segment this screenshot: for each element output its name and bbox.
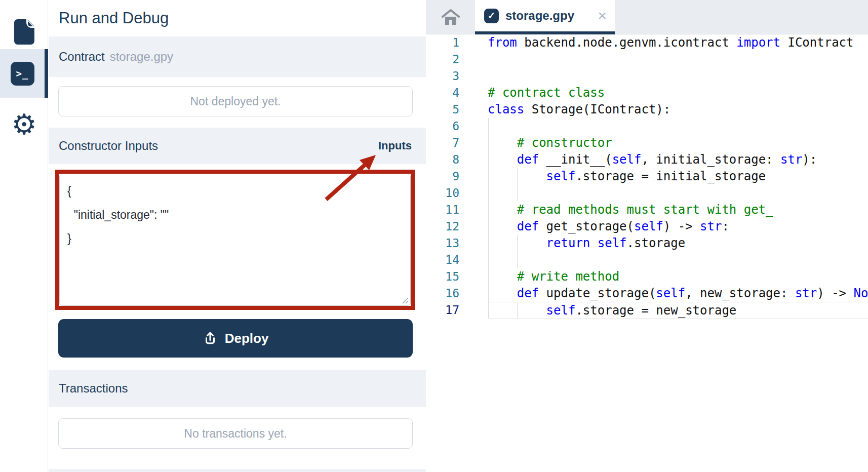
code-text: def get_storage(self) -> str: [488, 218, 868, 235]
code-token: import [736, 35, 780, 50]
transactions-empty-text: No transactions yet. [184, 427, 287, 441]
code-token: # constructor [517, 136, 612, 150]
constructor-inputs-textarea[interactable]: { "initial_storage": "" } [60, 174, 410, 305]
code-editor: ✓ storage.gpy × 1from backend.node.genvm… [426, 0, 868, 472]
code-text: def __init__(self, initial_storage: str)… [488, 151, 868, 168]
code-line: 17 self.storage = new_storage [426, 302, 868, 319]
transactions-label: Transactions [59, 381, 128, 396]
line-number: 15 [426, 268, 488, 285]
code-token [488, 203, 517, 217]
code-token: self [612, 152, 642, 167]
code-token [488, 286, 517, 300]
code-line: 12 def get_storage(self) -> str: [426, 218, 868, 235]
code-token: , initial_storage: [641, 152, 780, 167]
code-token: str [700, 219, 722, 233]
code-token [590, 236, 597, 250]
file-icon [13, 18, 36, 45]
code-line: 15 # write method [426, 268, 868, 285]
code-line: 6 [426, 118, 868, 135]
contract-section-header: Contract storage.gpy [49, 36, 426, 77]
code-line: 8 def __init__(self, initial_storage: st… [426, 151, 868, 168]
code-token: : [722, 219, 729, 233]
code-token: update_storage( [539, 286, 656, 300]
code-token: # write method [517, 269, 619, 284]
code-lines[interactable]: 1from backend.node.genvm.icontract impor… [426, 34, 868, 472]
next-section-peek [49, 469, 426, 472]
sidebar-item-files[interactable] [0, 7, 48, 56]
line-number: 1 [426, 34, 488, 51]
code-text: class Storage(IContract): [488, 101, 868, 118]
code-text [488, 118, 868, 135]
code-token: # read methods must start with get_ [517, 203, 773, 217]
tab-filename: storage.gpy [505, 9, 574, 23]
code-line: 14 [426, 252, 868, 268]
code-text: def update_storage(self, new_storage: st… [488, 285, 868, 302]
constructor-label: Constructor Inputs [59, 139, 158, 153]
activity-bar: >_ ⚙ [0, 0, 48, 472]
line-number: 9 [426, 168, 488, 185]
gear-icon: ⚙ [11, 110, 36, 139]
code-line: 1from backend.node.genvm.icontract impor… [426, 34, 868, 51]
code-token: def [517, 219, 539, 233]
home-tab[interactable] [426, 0, 475, 34]
code-line: 10 [426, 185, 868, 202]
deploy-button[interactable]: Deploy [58, 319, 413, 358]
contract-filename: storage.gpy [110, 50, 173, 64]
code-token: ): [802, 152, 817, 167]
code-text: # read methods must start with get_ [488, 202, 868, 218]
code-text [488, 185, 868, 202]
line-number: 14 [426, 252, 488, 268]
constructor-section-header: Constructor Inputs Inputs [49, 128, 426, 164]
home-icon [442, 9, 460, 26]
code-line: 13 return self.storage [426, 235, 868, 252]
code-token [488, 269, 517, 284]
run-and-debug-panel: Run and Debug Contract storage.gpy Not d… [49, 0, 426, 472]
sidebar-item-settings[interactable]: ⚙ [0, 100, 48, 149]
code-token: self [546, 303, 576, 318]
resize-handle-icon[interactable] [401, 296, 409, 304]
code-text: self.storage = initial_storage [488, 168, 868, 185]
code-text: # constructor [488, 135, 868, 151]
code-text: from backend.node.genvm.icontract import… [488, 34, 868, 51]
code-token [488, 152, 517, 167]
line-number: 12 [426, 218, 488, 235]
code-line: 5class Storage(IContract): [426, 101, 868, 118]
code-line: 4# contract class [426, 85, 868, 101]
code-token: def [517, 152, 539, 167]
constructor-inputs-highlight: { "initial_storage": "" } [55, 170, 415, 310]
editor-tab-bar: ✓ storage.gpy × [426, 0, 868, 34]
code-token [488, 236, 546, 250]
code-text: self.storage = new_storage [488, 302, 868, 319]
check-icon: ✓ [484, 9, 499, 23]
code-token: str [795, 286, 817, 300]
code-token: # contract class [488, 86, 605, 100]
code-token: self [598, 236, 627, 250]
sidebar-item-run-debug[interactable]: >_ [0, 49, 48, 98]
close-icon[interactable]: × [598, 8, 607, 23]
line-number: 2 [426, 51, 488, 68]
deploy-status-box: Not deployed yet. [58, 86, 413, 116]
code-token: ) -> [817, 286, 853, 300]
code-line: 7 # constructor [426, 135, 868, 151]
code-token: return [546, 236, 590, 250]
code-token: ) -> [663, 219, 700, 233]
line-number: 13 [426, 235, 488, 252]
constructor-inputs-editor: { "initial_storage": "" } [59, 174, 411, 306]
line-number: 4 [426, 85, 488, 101]
inputs-toggle[interactable]: Inputs [378, 139, 412, 152]
code-token [488, 169, 546, 183]
code-token: , new_storage: [685, 286, 795, 300]
code-token: .storage = new_storage [575, 303, 736, 318]
code-token: IContract [780, 35, 854, 50]
code-token: str [780, 152, 802, 167]
code-token: self [656, 286, 685, 300]
contract-label: Contract [59, 50, 105, 64]
line-number: 11 [426, 202, 488, 218]
line-number: 5 [426, 101, 488, 118]
tab-storage-gpy[interactable]: ✓ storage.gpy × [475, 0, 615, 34]
line-number: 10 [426, 185, 488, 202]
deploy-button-label: Deploy [225, 331, 269, 346]
code-text [488, 68, 868, 85]
code-token: class [488, 102, 524, 116]
code-line: 16 def update_storage(self, new_storage:… [426, 285, 868, 302]
